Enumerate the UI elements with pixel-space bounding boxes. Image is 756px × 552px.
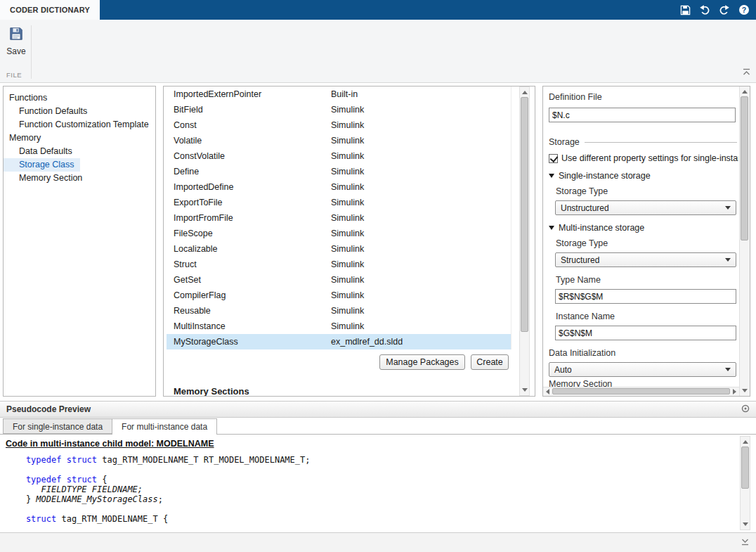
table-row-volatile[interactable]: VolatileSimulink xyxy=(167,133,511,148)
save-button[interactable]: Save xyxy=(4,26,28,56)
single-instance-settings-checkbox[interactable] xyxy=(549,154,558,163)
table-row-exporttofile[interactable]: ExportToFileSimulink xyxy=(167,195,511,210)
coder-dictionary-app: CODER DICTIONARY ? Save FILE xyxy=(0,0,756,552)
tree-item-memory[interactable]: Memory xyxy=(4,131,46,145)
single-instance-storage-group[interactable]: Single-instance storage xyxy=(549,171,651,181)
tree-item-storage-class[interactable]: Storage Class xyxy=(4,158,80,172)
property-panel-hscrollbar[interactable] xyxy=(543,387,739,396)
code-text: } xyxy=(26,494,36,504)
collapse-panel-icon[interactable] xyxy=(741,538,750,548)
storage-class-name: Struct xyxy=(167,259,331,269)
redo-icon[interactable] xyxy=(718,4,731,16)
scroll-thumb[interactable] xyxy=(521,97,528,332)
table-row-bitfield[interactable]: BitFieldSimulink xyxy=(167,102,511,117)
scroll-down-icon[interactable] xyxy=(741,520,750,529)
scroll-left-icon[interactable] xyxy=(543,387,552,396)
scroll-thumb[interactable] xyxy=(741,96,748,240)
collapse-arrow-icon xyxy=(549,226,554,230)
preview-scrollbar[interactable] xyxy=(740,436,750,530)
table-row-struct[interactable]: StructSimulink xyxy=(167,257,511,272)
tree-item-data-defaults[interactable]: Data Defaults xyxy=(4,145,78,158)
table-row-define[interactable]: DefineSimulink xyxy=(167,164,511,179)
code-text: { xyxy=(97,475,107,484)
storage-class-name: BitField xyxy=(167,105,331,115)
scroll-up-icon[interactable] xyxy=(520,88,529,97)
single-storage-type-dropdown[interactable]: Unstructured xyxy=(555,200,736,215)
dictionary-tree: FunctionsFunction DefaultsFunction Custo… xyxy=(4,91,155,185)
instance-name-input[interactable] xyxy=(555,326,736,340)
storage-class-name: CompilerFlag xyxy=(167,290,331,300)
tree-item-function-defaults[interactable]: Function Defaults xyxy=(4,105,93,118)
gear-icon[interactable] xyxy=(741,404,750,415)
manage-packages-button[interactable]: Manage Packages xyxy=(379,354,465,370)
definition-file-input[interactable] xyxy=(549,108,736,122)
collapse-arrow-icon xyxy=(549,174,554,178)
code-keyword: struct xyxy=(26,514,56,524)
table-row-const[interactable]: ConstSimulink xyxy=(167,117,511,133)
help-icon[interactable]: ? xyxy=(738,4,750,16)
titlebar: CODER DICTIONARY ? xyxy=(0,0,756,20)
definition-file-label: Definition File xyxy=(549,92,602,102)
scroll-down-icon[interactable] xyxy=(740,386,750,395)
single-instance-settings-label: Use different property settings for sing… xyxy=(561,153,738,163)
type-name-input[interactable] xyxy=(555,289,736,304)
table-row-filescope[interactable]: FileScopeSimulink xyxy=(167,226,511,241)
table-row-compilerflag[interactable]: CompilerFlagSimulink xyxy=(167,288,511,303)
single-storage-type-label: Storage Type xyxy=(556,186,608,196)
table-scrollbar[interactable] xyxy=(519,86,530,396)
storage-class-name: ImportedDefine xyxy=(167,182,331,192)
table-row-multiinstance[interactable]: MultiInstanceSimulink xyxy=(167,319,511,334)
storage-class-name: Reusable xyxy=(167,306,331,316)
table-row-importeddefine[interactable]: ImportedDefineSimulink xyxy=(167,179,511,195)
storage-class-name: Volatile xyxy=(167,136,331,146)
storage-class-source: Simulink xyxy=(331,321,511,331)
scroll-thumb[interactable] xyxy=(552,388,730,394)
table-row-constvolatile[interactable]: ConstVolatileSimulink xyxy=(167,148,511,164)
save-icon[interactable] xyxy=(679,4,691,16)
memory-sections-heading: Memory Sections xyxy=(174,386,249,397)
storage-class-source: Simulink xyxy=(331,290,511,300)
multi-storage-type-dropdown[interactable]: Structured xyxy=(555,252,736,267)
tab-coder-dictionary[interactable]: CODER DICTIONARY xyxy=(0,0,100,20)
scroll-down-icon[interactable] xyxy=(520,385,529,394)
tree-item-function-customization-template[interactable]: Function Customization Template xyxy=(4,118,155,131)
undo-icon[interactable] xyxy=(698,4,711,16)
table-row-importfromfile[interactable]: ImportFromFileSimulink xyxy=(167,210,511,226)
storage-class-name: ImportFromFile xyxy=(167,213,331,223)
scroll-right-icon[interactable] xyxy=(730,387,739,396)
storage-class-name: Define xyxy=(167,167,331,176)
dictionary-tree-panel: FunctionsFunction DefaultsFunction Custo… xyxy=(3,86,156,397)
multi-instance-storage-group[interactable]: Multi-instance storage xyxy=(549,223,644,233)
create-button[interactable]: Create xyxy=(471,354,509,370)
save-file-icon xyxy=(8,26,24,44)
chevron-down-icon xyxy=(725,258,731,262)
tree-item-memory-section[interactable]: Memory Section xyxy=(4,172,88,185)
table-row-getset[interactable]: GetSetSimulink xyxy=(167,272,511,288)
tab-for-single-instance-data[interactable]: For single-instance data xyxy=(3,418,112,434)
code-text xyxy=(61,475,66,484)
table-row-importedexternpointer[interactable]: ImportedExternPointerBuilt-in xyxy=(167,86,511,102)
storage-class-source: Built-in xyxy=(331,89,511,99)
tree-item-functions[interactable]: Functions xyxy=(4,91,53,105)
type-name-label: Type Name xyxy=(556,275,601,285)
code-keyword: struct xyxy=(67,475,97,484)
storage-class-source: Simulink xyxy=(331,120,511,130)
scroll-up-icon[interactable] xyxy=(740,87,750,96)
scroll-up-icon[interactable] xyxy=(741,437,750,447)
code-text: tag_RTM_MODELNAME_T RT_MODEL_MODELNAME_T… xyxy=(97,455,310,465)
scroll-thumb[interactable] xyxy=(741,447,749,489)
storage-class-name: ImportedExternPointer xyxy=(167,89,331,99)
table-row-localizable[interactable]: LocalizableSimulink xyxy=(167,241,511,257)
collapse-toolstrip-icon[interactable] xyxy=(742,68,751,78)
table-row-reusable[interactable]: ReusableSimulink xyxy=(167,303,511,319)
pseudocode-preview-header: Pseudocode Preview xyxy=(0,401,756,418)
data-initialization-dropdown[interactable]: Auto xyxy=(549,362,736,377)
storage-class-name: GetSet xyxy=(167,275,331,285)
property-panel-scrollbar[interactable] xyxy=(739,86,750,396)
storage-class-name: MyStorageClass xyxy=(167,337,331,347)
tab-for-multi-instance-data[interactable]: For multi-instance data xyxy=(112,418,217,435)
table-row-mystorageclass[interactable]: MyStorageClassex_mdlref_dd.sldd xyxy=(167,334,511,349)
save-button-label: Save xyxy=(6,46,25,56)
code-line: FIELDTYPE FIELDNAME; xyxy=(6,484,311,494)
storage-class-source: Simulink xyxy=(331,275,511,285)
